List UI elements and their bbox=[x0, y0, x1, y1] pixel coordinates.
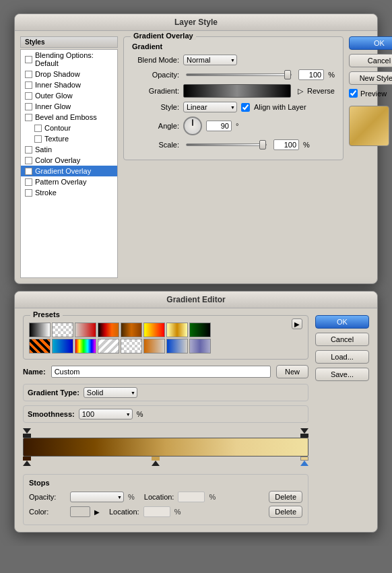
align-with-layer-checkbox[interactable] bbox=[241, 103, 250, 112]
sidebar-checkbox-inner-shadow[interactable] bbox=[25, 81, 32, 89]
angle-dial[interactable] bbox=[183, 116, 202, 135]
color-stop-2[interactable] bbox=[152, 457, 160, 466]
sidebar-checkbox-contour[interactable] bbox=[34, 125, 42, 132]
sidebar-item-texture[interactable]: Texture bbox=[21, 133, 117, 144]
ge-save-button[interactable]: Save... bbox=[315, 368, 369, 381]
angle-row: Angle: ° bbox=[132, 116, 335, 135]
main-content: Gradient Overlay Gradient Blend Mode: No… bbox=[123, 36, 344, 278]
gradient-type-select[interactable]: Solid bbox=[84, 387, 137, 398]
sidebar-item-inner-shadow[interactable]: Inner Shadow bbox=[21, 79, 117, 90]
angle-label: Angle: bbox=[132, 122, 179, 130]
sidebar-item-stroke[interactable]: Stroke bbox=[21, 187, 117, 198]
blend-mode-select-wrapper[interactable]: Normal bbox=[183, 55, 237, 65]
preset-black-white[interactable] bbox=[29, 323, 51, 337]
stop-color-loc-input[interactable] bbox=[143, 506, 170, 517]
stop-opacity-delete-button[interactable]: Delete bbox=[269, 491, 302, 503]
sidebar-item-contour[interactable]: Contour bbox=[21, 123, 117, 133]
preview-checkbox[interactable] bbox=[349, 89, 358, 98]
preset-diag2[interactable] bbox=[98, 339, 119, 353]
new-style-button[interactable]: New Style... bbox=[349, 71, 392, 85]
preset-multi[interactable] bbox=[98, 323, 119, 337]
name-input[interactable] bbox=[51, 366, 271, 378]
preset-cyan-blue[interactable] bbox=[52, 339, 73, 353]
new-gradient-button[interactable]: New bbox=[276, 365, 308, 378]
sidebar-checkbox-texture[interactable] bbox=[34, 135, 42, 143]
ge-ok-button[interactable]: OK bbox=[315, 315, 369, 329]
sidebar-checkbox-pattern-overlay[interactable] bbox=[25, 178, 32, 186]
sidebar-checkbox-inner-glow[interactable] bbox=[25, 103, 32, 110]
sidebar-checkbox-drop-shadow[interactable] bbox=[25, 71, 32, 78]
preset-steel[interactable] bbox=[189, 339, 211, 353]
blend-mode-select[interactable]: Normal bbox=[183, 55, 237, 65]
ok-button[interactable]: OK bbox=[349, 36, 392, 50]
opacity-stop-left[interactable] bbox=[23, 428, 31, 438]
layer-style-title: Layer Style bbox=[15, 14, 377, 31]
right-buttons: OK Cancel New Style... Preview bbox=[349, 36, 392, 278]
sidebar-checkbox-gradient-overlay[interactable] bbox=[25, 168, 32, 175]
scale-input[interactable] bbox=[273, 139, 299, 150]
sidebar-checkbox-blending[interactable] bbox=[25, 56, 32, 63]
preset-yellow-gold[interactable] bbox=[166, 323, 188, 337]
sidebar-item-pattern-overlay[interactable]: Pattern Overlay bbox=[21, 176, 117, 187]
angle-input[interactable] bbox=[206, 121, 232, 131]
sidebar-item-bevel-emboss[interactable]: Bevel and Emboss bbox=[21, 112, 117, 123]
preset-orange-tr[interactable] bbox=[143, 339, 165, 353]
sidebar-checkbox-bevel-emboss[interactable] bbox=[25, 114, 32, 121]
preset-tr2[interactable] bbox=[121, 339, 142, 353]
scale-slider[interactable] bbox=[186, 143, 267, 146]
sidebar-item-inner-glow[interactable]: Inner Glow bbox=[21, 101, 117, 112]
sidebar-list: Blending Options: Default Drop Shadow In… bbox=[20, 49, 118, 278]
sidebar-item-drop-shadow[interactable]: Drop Shadow bbox=[21, 69, 117, 79]
opacity-input[interactable] bbox=[298, 69, 324, 80]
style-select[interactable]: Linear bbox=[183, 102, 237, 112]
sidebar-item-outer-glow[interactable]: Outer Glow bbox=[21, 90, 117, 101]
stop-color-delete-button[interactable]: Delete bbox=[269, 506, 302, 518]
stop-opacity-select-wrapper[interactable] bbox=[70, 492, 124, 502]
sidebar-item-color-overlay[interactable]: Color Overlay bbox=[21, 155, 117, 166]
preset-yellow-red[interactable] bbox=[143, 323, 165, 337]
preset-green-black[interactable] bbox=[189, 323, 211, 337]
opacity-thumb[interactable] bbox=[284, 70, 291, 79]
gradient-preview[interactable] bbox=[183, 84, 291, 98]
color-stop-1[interactable] bbox=[23, 457, 31, 466]
sidebar-item-gradient-overlay[interactable]: Gradient Overlay bbox=[21, 166, 117, 176]
scale-label: Scale: bbox=[132, 141, 179, 149]
sidebar-label-texture: Texture bbox=[44, 135, 69, 143]
sidebar-item-blending[interactable]: Blending Options: Default bbox=[21, 50, 117, 69]
stop-color-swatch[interactable] bbox=[70, 506, 90, 517]
ge-load-button[interactable]: Load... bbox=[315, 350, 369, 364]
style-select-wrapper[interactable]: Linear bbox=[183, 102, 237, 112]
preset-rainbow[interactable] bbox=[75, 339, 96, 353]
name-label: Name: bbox=[23, 368, 46, 376]
preset-brown[interactable] bbox=[121, 323, 142, 337]
color-stop-3[interactable] bbox=[300, 457, 308, 466]
preset-red-transparent[interactable] bbox=[75, 323, 96, 337]
sidebar-checkbox-satin[interactable] bbox=[25, 146, 32, 154]
cancel-button[interactable]: Cancel bbox=[349, 54, 392, 67]
sidebar-checkbox-outer-glow[interactable] bbox=[25, 92, 32, 100]
smoothness-select-wrapper[interactable]: 100 bbox=[79, 409, 133, 419]
gradient-type-select-wrapper[interactable]: Solid bbox=[84, 387, 137, 398]
preset-blue-tr[interactable] bbox=[166, 339, 188, 353]
stop-opacity-select[interactable] bbox=[70, 492, 124, 502]
ge-cancel-button[interactable]: Cancel bbox=[315, 333, 369, 346]
gradient-main-bar[interactable] bbox=[23, 438, 308, 457]
stop-opacity-loc-label: Location: bbox=[144, 493, 174, 501]
preset-transparent[interactable] bbox=[52, 323, 73, 337]
reverse-label[interactable]: Reverse bbox=[307, 87, 335, 95]
preset-diag1[interactable] bbox=[29, 339, 51, 353]
opacity-stop-right[interactable] bbox=[300, 428, 308, 438]
stop-opacity-loc-input[interactable] bbox=[178, 492, 205, 502]
scale-thumb[interactable] bbox=[259, 140, 266, 149]
opacity-stop-right-arrow bbox=[300, 428, 308, 434]
presets-expand-button[interactable]: ▶ bbox=[292, 318, 302, 329]
sidebar-item-satin[interactable]: Satin bbox=[21, 144, 117, 155]
opacity-slider[interactable] bbox=[186, 73, 292, 76]
smoothness-unit: % bbox=[137, 410, 143, 418]
reverse-icon[interactable]: ▷ bbox=[298, 87, 303, 96]
color-stop-1-arrow bbox=[23, 461, 31, 466]
sidebar-checkbox-stroke[interactable] bbox=[25, 189, 32, 197]
smoothness-select[interactable]: 100 bbox=[79, 409, 133, 419]
sidebar-checkbox-color-overlay[interactable] bbox=[25, 157, 32, 164]
stop-color-arrow[interactable]: ▶ bbox=[94, 508, 100, 516]
